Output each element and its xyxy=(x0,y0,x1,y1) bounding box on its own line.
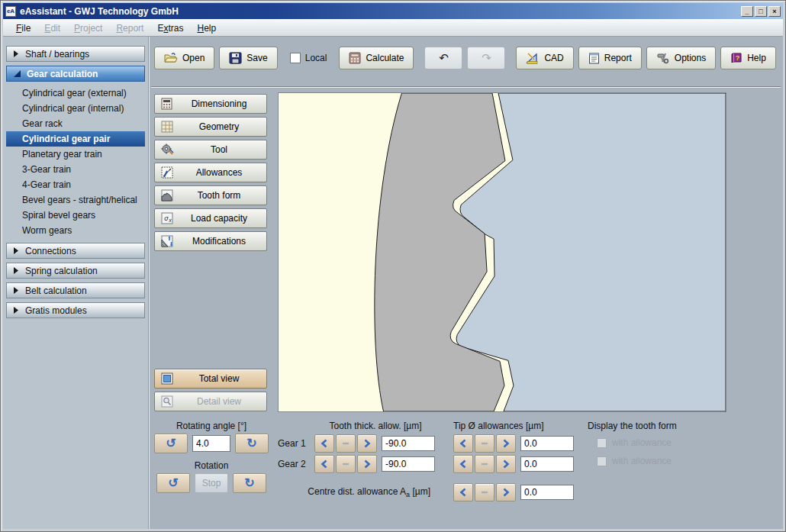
sidebar-section-shaft-bearings[interactable]: Shaft / bearings xyxy=(6,46,145,62)
local-checkbox[interactable] xyxy=(290,53,301,63)
gear1-profile xyxy=(375,93,505,411)
sidebar-section-gratis-modules[interactable]: Gratis modules xyxy=(6,302,145,318)
reset-button[interactable] xyxy=(475,455,494,473)
help-button[interactable]: ? Help xyxy=(720,47,776,69)
total-view-button[interactable]: Total view xyxy=(154,369,267,389)
rotate-right-icon: ↻ xyxy=(246,437,256,450)
decrease-button[interactable] xyxy=(314,455,334,473)
report-button[interactable]: Report xyxy=(578,47,642,69)
cad-button[interactable]: CAD xyxy=(516,47,573,69)
open-label: Open xyxy=(182,53,205,63)
geometry-grid-icon xyxy=(159,121,176,133)
dimensioning-button[interactable]: Dimensioning xyxy=(154,94,267,114)
detail-view-magnifier-icon xyxy=(159,395,176,408)
sidebar-item-bevel-gears[interactable]: Bevel gears - straight/helical xyxy=(6,192,145,208)
centre-distance-allowance-input[interactable] xyxy=(520,485,574,500)
menu-file[interactable]: File xyxy=(9,21,37,36)
sidebar-item-worm-gears[interactable]: Worm gears xyxy=(6,223,145,238)
sidebar-item-3-gear-train[interactable]: 3-Gear train xyxy=(6,162,145,177)
reset-button[interactable] xyxy=(336,434,356,453)
sidebar-section-spring-calculation[interactable]: Spring calculation xyxy=(6,263,145,279)
display-tooth-form-label: Display the tooth form xyxy=(588,421,677,431)
dimensioning-label: Dimensioning xyxy=(176,98,263,109)
redo-button[interactable]: ↷ xyxy=(467,47,505,69)
increase-button[interactable] xyxy=(496,455,516,473)
increase-button[interactable] xyxy=(357,434,377,453)
gear1-tip-allowance-input[interactable] xyxy=(520,436,574,451)
triangle-expanded-icon xyxy=(14,70,21,77)
help-label: Help xyxy=(747,53,766,63)
centre-distance-stepper xyxy=(453,483,517,501)
reset-button[interactable] xyxy=(475,483,494,501)
decrease-button[interactable] xyxy=(453,483,473,501)
options-button[interactable]: Options xyxy=(646,47,716,69)
decrease-button[interactable] xyxy=(453,434,473,453)
undo-button[interactable]: ↶ xyxy=(424,47,462,69)
options-label: Options xyxy=(675,53,706,63)
rotation-right-button[interactable]: ↻ xyxy=(233,473,266,493)
geometry-label: Geometry xyxy=(176,121,263,132)
save-label: Save xyxy=(246,53,267,63)
tool-label: Tool xyxy=(176,144,263,155)
menu-help[interactable]: Help xyxy=(190,21,223,36)
load-capacity-button[interactable]: σx Load capacity xyxy=(154,208,267,228)
sidebar-item-spiral-bevel-gears[interactable]: Spiral bevel gears xyxy=(6,208,145,223)
toolbar: Open Save Local Calculate ↶ ↷ xyxy=(149,37,783,69)
sidebar-item-cylindrical-gear-external[interactable]: Cylindrical gear (external) xyxy=(6,85,145,101)
sidebar-item-gear-rack[interactable]: Gear rack xyxy=(6,116,145,131)
save-button[interactable]: Save xyxy=(219,47,277,69)
sidebar-item-4-gear-train[interactable]: 4-Gear train xyxy=(6,177,145,192)
chevron-right-icon xyxy=(14,50,19,57)
increase-button[interactable] xyxy=(496,434,516,453)
rotation-stop-button[interactable]: Stop xyxy=(195,473,228,493)
decrease-button[interactable] xyxy=(453,455,473,473)
with-allowance-checkbox[interactable] xyxy=(597,438,607,448)
sidebar-section-belt-calculation[interactable]: Belt calculation xyxy=(6,282,145,298)
tooth-form-button[interactable]: Tooth form xyxy=(154,185,267,205)
sidebar-item-cylindrical-gear-internal[interactable]: Cylindrical gear (internal) xyxy=(6,101,145,116)
rotation-controls: Rotating angle [°] ↺ ↻ Rotation ↺ Stop ↻ xyxy=(154,421,269,493)
rotate-left-button[interactable]: ↺ xyxy=(154,434,188,453)
increase-button[interactable] xyxy=(357,455,377,473)
gear1-tooth-thickness-input[interactable] xyxy=(382,436,435,451)
rotate-right-button[interactable]: ↻ xyxy=(235,434,269,453)
sidebar-section-label: Spring calculation xyxy=(25,266,98,276)
minimize-button[interactable]: _ xyxy=(741,6,753,17)
tooth-form-canvas[interactable] xyxy=(278,92,726,414)
gear-calculation-items: Cylindrical gear (external) Cylindrical … xyxy=(6,85,145,238)
decrease-button[interactable] xyxy=(314,434,334,453)
sidebar-section-gear-calculation[interactable]: Gear calculation xyxy=(6,66,145,82)
tool-button[interactable]: Tool xyxy=(154,140,267,160)
options-tools-icon xyxy=(656,52,670,64)
reset-button[interactable] xyxy=(336,455,356,473)
geometry-button[interactable]: Geometry xyxy=(154,117,267,137)
gear2-tip-allowance-input[interactable] xyxy=(520,456,574,472)
sidebar-item-cylindrical-gear-pair[interactable]: Cylindrical gear pair xyxy=(6,131,145,147)
tooth-form-label: Tooth form xyxy=(176,190,263,201)
total-view-icon xyxy=(159,372,176,385)
rotation-left-button[interactable]: ↺ xyxy=(156,473,190,493)
modifications-button[interactable]: Modifications xyxy=(154,231,267,251)
app-icon: eA xyxy=(5,6,16,17)
increase-button[interactable] xyxy=(496,483,516,501)
sidebar-item-planetary-gear-train[interactable]: Planetary gear train xyxy=(6,147,145,162)
gear2-tooth-thickness-input[interactable] xyxy=(382,456,435,472)
reset-button[interactable] xyxy=(475,434,494,453)
with-allowance-checkbox[interactable] xyxy=(597,456,607,466)
tool-gear-icon xyxy=(159,143,176,156)
undo-icon: ↶ xyxy=(439,51,449,65)
sidebar-section-label: Shaft / bearings xyxy=(25,49,89,60)
allowances-button[interactable]: Allowances xyxy=(154,163,267,182)
rotating-angle-input[interactable] xyxy=(192,435,230,452)
menu-extras[interactable]: Extras xyxy=(150,21,190,36)
menu-bar: File Edit Project Report Extras Help xyxy=(3,19,783,37)
calculate-button[interactable]: Calculate xyxy=(339,47,414,69)
chevron-right-icon xyxy=(14,307,19,314)
local-label: Local xyxy=(305,53,327,63)
rotating-angle-label: Rotating angle [°] xyxy=(176,421,246,432)
close-button[interactable]: × xyxy=(768,6,781,17)
open-button[interactable]: Open xyxy=(154,47,214,69)
sidebar-section-connections[interactable]: Connections xyxy=(6,243,145,259)
maximize-button[interactable]: □ xyxy=(755,6,767,17)
detail-view-button[interactable]: Detail view xyxy=(154,392,267,411)
